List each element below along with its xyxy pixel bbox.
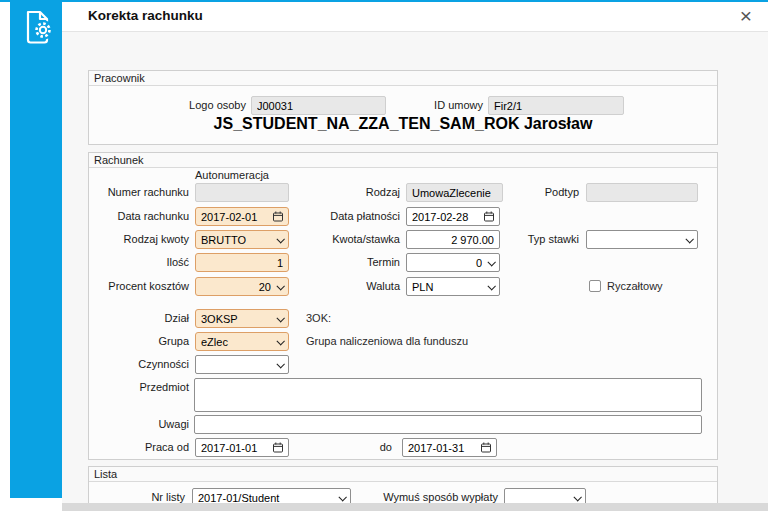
dialog-title: Korekta rachunku	[88, 8, 203, 23]
waluta-select[interactable]: PLN	[406, 277, 500, 296]
calendar-icon	[484, 211, 494, 222]
rodzaj-kwoty-label: Rodzaj kwoty	[89, 233, 189, 246]
procent-kosztow-select[interactable]: 20	[195, 277, 289, 296]
przedmiot-label: Przedmiot	[89, 381, 189, 394]
numer-rachunku-input	[195, 183, 289, 202]
kwota-stawka-label: Kwota/stawka	[299, 233, 400, 246]
numer-rachunku-label: Numer rachunku	[89, 186, 189, 199]
uwagi-label: Uwagi	[89, 418, 189, 431]
chevron-down-icon	[338, 493, 346, 501]
przedmiot-textarea[interactable]	[194, 378, 702, 412]
chevron-down-icon	[276, 235, 284, 243]
dialog-header: Korekta rachunku ×	[62, 0, 768, 32]
panel-lista-legend: Lista	[89, 467, 717, 482]
ilosc-input[interactable]: 1	[195, 253, 289, 272]
czynnosci-select[interactable]	[195, 355, 289, 374]
chevron-down-icon	[276, 337, 284, 345]
data-rachunku-input[interactable]: 2017-02-01	[195, 207, 289, 226]
dzial-description: 3OK:	[306, 312, 331, 324]
dzial-label: Dział	[89, 312, 189, 325]
logo-osoby-label: Logo osoby	[126, 99, 246, 112]
rodzaj-kwoty-select[interactable]: BRUTTO	[195, 230, 289, 249]
podtyp-label: Podtyp	[479, 186, 579, 199]
logo-osoby-input: J00031	[251, 96, 386, 115]
rodzaj-label: Rodzaj	[299, 186, 400, 199]
chevron-down-icon	[487, 282, 495, 290]
chevron-down-icon	[487, 258, 495, 266]
chevron-down-icon	[276, 360, 284, 368]
bottom-cutoff-band	[62, 503, 768, 511]
panel-pracownik: Pracownik Logo osoby J00031 ID umowy Fir…	[88, 70, 718, 145]
id-umowy-input: Fir2/1	[488, 96, 624, 115]
employee-full-name: JS_STUDENT_NA_ZZA_TEN_SAM_ROK Jarosław	[89, 115, 717, 133]
grupa-description: Grupa naliczeniowa dla funduszu	[306, 335, 468, 347]
ryczaltowy-checkbox[interactable]	[589, 280, 601, 292]
dzial-select[interactable]: 3OKSP	[195, 309, 289, 328]
dialog-korekta-rachunku: Korekta rachunku × Pracownik Logo osoby …	[62, 0, 768, 503]
chevron-down-icon	[276, 282, 284, 290]
data-rachunku-label: Data rachunku	[89, 210, 189, 223]
document-gear-icon[interactable]	[20, 8, 56, 46]
app-window: Korekta rachunku × Pracownik Logo osoby …	[0, 0, 768, 511]
sidebar	[10, 0, 62, 498]
ryczaltowy-label: Ryczałtowy	[607, 280, 663, 292]
praca-od-label: Praca od	[89, 441, 189, 454]
typ-stawki-label: Typ stawki	[479, 233, 579, 246]
termin-label: Termin	[299, 256, 400, 269]
calendar-icon	[273, 211, 283, 222]
id-umowy-label: ID umowy	[383, 99, 483, 112]
podtyp-input	[586, 183, 698, 202]
data-platnosci-input[interactable]: 2017-02-28	[406, 207, 500, 226]
calendar-icon	[273, 442, 283, 453]
termin-select[interactable]: 0	[406, 253, 500, 272]
chevron-down-icon	[276, 314, 284, 322]
window-accent-line	[0, 0, 768, 2]
panel-rachunek: Rachunek Autonumeracja Numer rachunku Ro…	[88, 152, 718, 460]
grupa-label: Grupa	[89, 335, 189, 348]
close-icon[interactable]: ×	[740, 2, 752, 30]
data-platnosci-label: Data płatności	[299, 210, 400, 223]
grupa-select[interactable]: eZlec	[195, 332, 289, 351]
panel-rachunek-legend: Rachunek	[89, 153, 717, 168]
autonumeracja-label: Autonumeracja	[195, 169, 269, 181]
praca-od-input[interactable]: 2017-01-01	[195, 438, 289, 457]
praca-do-input[interactable]: 2017-01-31	[402, 438, 497, 457]
chevron-down-icon	[685, 235, 693, 243]
czynnosci-label: Czynności	[89, 358, 189, 371]
calendar-icon	[481, 442, 491, 453]
chevron-down-icon	[573, 493, 581, 501]
panel-pracownik-legend: Pracownik	[89, 71, 717, 86]
typ-stawki-select[interactable]	[586, 230, 698, 249]
praca-do-label: do	[342, 441, 392, 454]
procent-kosztow-label: Procent kosztów	[89, 280, 189, 293]
ilosc-label: Ilość	[89, 256, 189, 269]
uwagi-input[interactable]	[194, 415, 702, 434]
waluta-label: Waluta	[299, 280, 400, 293]
